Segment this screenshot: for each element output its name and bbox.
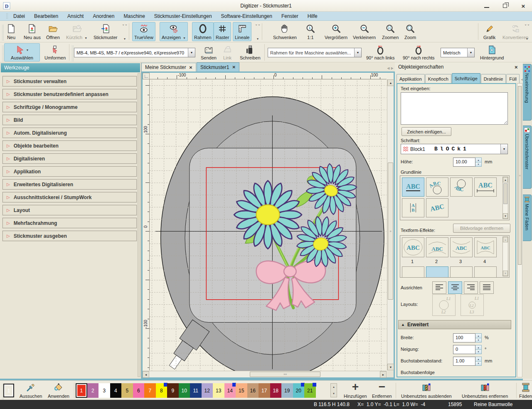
menu-item-bearbeiten[interactable]: Bearbeiten: [30, 12, 63, 20]
tab-my-threads[interactable]: Meine Fäden: [523, 195, 532, 241]
tool-item[interactable]: ▷Stickmuster verwalten: [2, 76, 137, 86]
show-menu-button[interactable]: Anzeigen ▼: [160, 22, 188, 41]
thread-swatch-12[interactable]: 12: [202, 383, 213, 398]
dropdown-arrow-icon[interactable]: ▼: [467, 48, 474, 57]
hoop-toggle[interactable]: Rahmen: [192, 22, 214, 41]
remove-color-button[interactable]: − Entfernen: [371, 382, 393, 399]
new-from-button[interactable]: Neu aus: [22, 22, 43, 41]
thread-swatch-8[interactable]: 8: [156, 383, 167, 398]
insert-character-button[interactable]: Zeichen einfügen...: [401, 127, 451, 136]
thread-swatch-4[interactable]: 4: [110, 383, 122, 398]
toolbar-overflow[interactable]: ⌄⌄▾: [255, 22, 260, 41]
layout-2-button[interactable]: L1L2L3: [461, 294, 484, 316]
rotate-right-button[interactable]: 90° nach rechts: [401, 43, 437, 62]
thread-swatch-15[interactable]: 15: [236, 383, 247, 398]
properties-scroll-thumb[interactable]: ≡: [518, 86, 522, 265]
thread-swatch-17[interactable]: 17: [259, 383, 270, 398]
thread-swatch-19[interactable]: 19: [281, 383, 293, 398]
tab-scroll-arrows[interactable]: ◃▹: [387, 66, 395, 71]
dropdown-arrow-icon[interactable]: ▼: [188, 48, 195, 57]
reshape-tool-button[interactable]: Umformen: [42, 43, 68, 62]
align-right-button[interactable]: [464, 281, 478, 294]
rulers-toggle[interactable]: Lineale: [233, 22, 251, 41]
tool-item[interactable]: ▷Digitalisieren: [2, 153, 137, 164]
rotate-left-button[interactable]: 90° nach links: [364, 43, 397, 62]
properties-tab-drahtlinie[interactable]: Drahtlinie: [481, 74, 506, 83]
menu-item-software-einstellungen[interactable]: Software-Einstellungen: [217, 12, 277, 20]
align-left-button[interactable]: [432, 281, 446, 294]
thread-swatch-11[interactable]: 11: [190, 383, 202, 398]
tool-item[interactable]: ▷Objekte bearbeiten: [2, 140, 137, 151]
thread-swatch-10[interactable]: 10: [179, 383, 190, 398]
tool-item[interactable]: ▷Schriftzüge / Monogramme: [2, 102, 137, 112]
baseline-vertical[interactable]: AB: [402, 198, 424, 217]
advanced-section-header[interactable]: ▲Erweitert: [398, 320, 511, 329]
tab-close-icon[interactable]: ✕: [189, 65, 192, 70]
dropdown-arrow-icon[interactable]: ▼: [354, 48, 361, 57]
effect-4[interactable]: ABC: [474, 237, 497, 257]
recent-button[interactable]: Kürzlich ▼: [64, 22, 89, 41]
thread-swatch-16[interactable]: 16: [247, 383, 259, 398]
ruler-origin-button[interactable]: [143, 73, 150, 79]
thread-swatch-9[interactable]: 9: [167, 383, 179, 398]
letter-spacing-spinner[interactable]: 1.00 ▲▼: [453, 357, 482, 366]
thread-swatch-2[interactable]: 2: [87, 383, 99, 398]
menu-item-ansicht[interactable]: Ansicht: [63, 12, 88, 20]
close-button[interactable]: ×: [519, 2, 528, 10]
pick-color-button[interactable]: Aussuchen: [18, 382, 43, 399]
design-canvas[interactable]: [150, 79, 387, 372]
properties-tab-schriftzüge[interactable]: Schriftzüge: [452, 73, 480, 83]
effects-scrollbar[interactable]: ▲ ▼: [502, 237, 508, 276]
write-button[interactable]: Schreiben: [238, 43, 263, 62]
toolbar-overflow[interactable]: ⌄⌄▾: [122, 22, 127, 41]
thread-swatch-13[interactable]: 13: [213, 383, 224, 398]
baseline-circle-bottom[interactable]: ABC: [450, 177, 473, 197]
properties-tab-knopfloch[interactable]: Knopfloch: [425, 74, 451, 83]
effect-5[interactable]: [402, 266, 424, 278]
lettering-text-input[interactable]: [401, 92, 508, 125]
menu-item-stickmuster-einstellungen[interactable]: Stickmuster-Einstellungen: [150, 12, 217, 20]
tool-item[interactable]: ▷Layout: [2, 205, 137, 215]
threads-button[interactable]: Fäden: [518, 382, 532, 399]
palette-scroll-spinner[interactable]: ▲▼: [330, 383, 337, 397]
align-center-button[interactable]: [448, 281, 462, 294]
width-spinner[interactable]: 100 ▲▼: [453, 333, 482, 342]
vertical-scrollbar[interactable]: ▲ ≡ ▼: [387, 79, 394, 370]
panel-close-icon[interactable]: ×: [515, 64, 518, 70]
machine-select-combo[interactable]: MB-4, MB-4S, MB-7 / eXpressive940, eXpre…: [74, 48, 195, 57]
tool-item[interactable]: ▷Stickmuster benutzerdefiniert anpassen: [2, 89, 137, 99]
zoom-1-1-button[interactable]: 1 1:1: [303, 22, 318, 41]
zoom-box-button[interactable]: Zoom: [402, 22, 418, 41]
graphic-button[interactable]: Grafik: [481, 22, 498, 41]
slant-spinner[interactable]: 0 ▲▼: [453, 345, 482, 354]
zoom-out-button[interactable]: Verkleinern: [351, 22, 378, 41]
remove-unused-button[interactable]: Unbenutztes entfernen: [461, 382, 509, 399]
grid-toggle[interactable]: Raster: [214, 22, 231, 41]
new-button[interactable]: Neu: [4, 22, 18, 41]
tool-item[interactable]: ▷Ausschnittstickerei / StumpWork: [2, 192, 137, 202]
thread-swatch-1[interactable]: 1: [76, 383, 87, 398]
properties-tab-füll[interactable]: Füll: [506, 74, 520, 83]
effect-6[interactable]: [426, 266, 448, 278]
add-color-button[interactable]: + Hinzufügen: [342, 382, 368, 399]
align-justify-button[interactable]: [480, 281, 494, 294]
tool-item[interactable]: ▷Erweitertes Digitalisieren: [2, 179, 137, 190]
menu-item-hilfe[interactable]: Hilfe: [303, 12, 322, 20]
tab-overview-window[interactable]: Übersichtsfenster: [523, 126, 532, 189]
effect-3[interactable]: ABC: [450, 237, 473, 257]
thread-swatch-14[interactable]: 14: [224, 383, 236, 398]
hide-unused-button[interactable]: Unbenutztes ausblenden: [400, 382, 453, 399]
thread-swatch-7[interactable]: 7: [144, 383, 156, 398]
thread-swatch-3[interactable]: 3: [99, 383, 110, 398]
thread-swatch-21[interactable]: 21: [304, 383, 316, 398]
baseline-slanted[interactable]: ABC: [426, 198, 448, 217]
baseline-scrollbar[interactable]: ▲ ▼: [502, 177, 508, 219]
apply-color-button[interactable]: Anwenden: [47, 382, 71, 399]
effect-8[interactable]: [474, 266, 497, 278]
tool-item[interactable]: ▷Bild: [2, 115, 137, 125]
design-button[interactable]: Stickmuster: [91, 22, 119, 41]
menu-item-maschine[interactable]: Maschine: [119, 12, 149, 20]
baseline-fixed[interactable]: ABC: [474, 177, 497, 197]
restore-button[interactable]: [500, 2, 510, 10]
tool-item[interactable]: ▷Stickmuster ausgeben: [2, 231, 137, 241]
